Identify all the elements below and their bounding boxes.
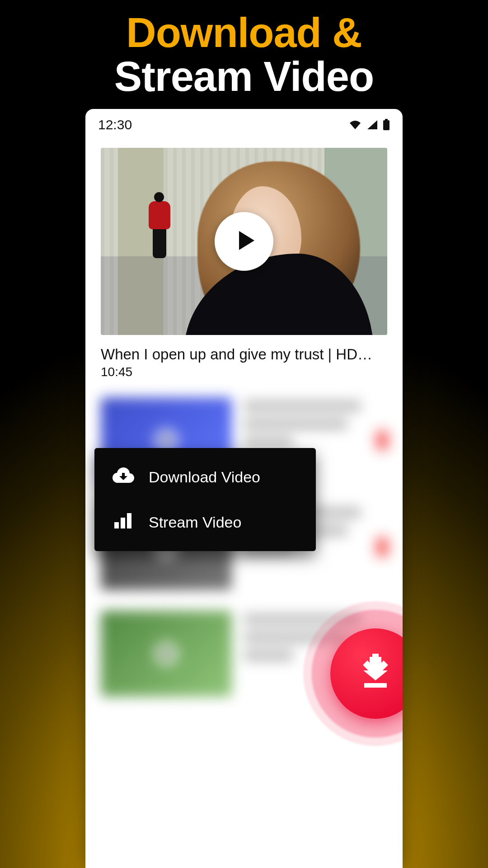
- svg-rect-4: [127, 513, 131, 528]
- headline-line-1: Download &: [114, 11, 374, 55]
- featured-video-thumbnail[interactable]: [101, 148, 387, 335]
- download-video-option[interactable]: Download Video: [94, 454, 316, 500]
- play-button[interactable]: [215, 212, 273, 271]
- stream-video-label: Stream Video: [149, 514, 241, 531]
- stream-video-option[interactable]: Stream Video: [94, 500, 316, 545]
- promo-headline: Download & Stream Video: [114, 11, 374, 98]
- bars-stream-icon: [113, 511, 134, 533]
- cloud-download-icon: [113, 466, 134, 488]
- battery-icon: [383, 119, 390, 131]
- featured-video-duration: 10:45: [101, 365, 387, 379]
- download-arrow-icon: [356, 653, 395, 694]
- wifi-icon: [348, 119, 362, 130]
- download-fab[interactable]: [330, 628, 403, 719]
- svg-rect-0: [385, 119, 388, 120]
- status-bar: 12:30: [85, 109, 403, 136]
- featured-video-title: When I open up and give my trust | HD…: [101, 346, 387, 363]
- download-video-label: Download Video: [149, 468, 260, 486]
- svg-rect-2: [114, 522, 119, 528]
- play-icon: [231, 229, 257, 254]
- action-popup: Download Video Stream Video: [94, 448, 316, 551]
- phone-screenshot: 12:30 When I open up and gi: [85, 109, 403, 868]
- status-time: 12:30: [98, 117, 132, 132]
- headline-line-2: Stream Video: [114, 55, 374, 99]
- svg-rect-1: [383, 120, 389, 130]
- svg-rect-3: [121, 518, 125, 528]
- cell-signal-icon: [366, 119, 378, 130]
- svg-rect-5: [364, 683, 387, 688]
